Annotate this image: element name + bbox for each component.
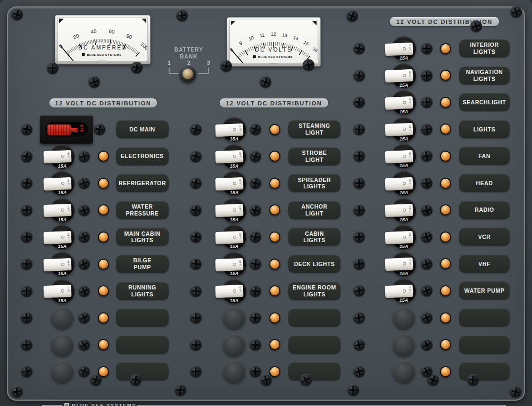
breaker-switch-lever[interactable]: OFF <box>215 204 244 217</box>
lever-off-text: OFF <box>67 179 70 185</box>
indicator-led <box>269 231 280 243</box>
screw-icon <box>353 312 365 324</box>
indicator-led <box>98 151 109 162</box>
screw-icon <box>421 96 433 108</box>
lever-off-text: OFF <box>409 98 411 104</box>
breaker-switch-lever[interactable]: OFF <box>385 177 413 190</box>
screw-icon <box>78 258 90 270</box>
lever-dot-icon <box>403 209 406 212</box>
breaker-switch-lever[interactable]: OFF <box>44 258 72 271</box>
lever-off-text: OFF <box>409 71 411 77</box>
indicator-led <box>269 339 280 350</box>
breaker-switch-lever[interactable]: OFF <box>385 285 413 298</box>
breaker-switch-lever[interactable]: OFF <box>44 177 72 190</box>
battery-bank-position-1: 1 <box>168 60 171 66</box>
screw-icon <box>21 204 32 216</box>
breaker-switch-lever[interactable]: OFF <box>385 43 413 56</box>
lever-dot-icon <box>403 181 406 185</box>
main-breaker-lever[interactable] <box>47 125 71 135</box>
minor-tick <box>265 43 266 46</box>
lever-dot-icon <box>403 101 406 104</box>
lever-off-text: OFF <box>239 179 242 185</box>
screw-icon <box>90 374 102 386</box>
battery-bank-position-3: 3 <box>207 60 210 66</box>
indicator-led <box>269 366 280 377</box>
minor-tick <box>107 39 107 43</box>
screw-icon <box>250 123 261 135</box>
main-breaker-off-text: OFF <box>79 125 83 132</box>
lever-dot-icon <box>233 289 236 293</box>
screw-icon <box>220 60 232 72</box>
lever-off-text: OFF <box>239 233 242 239</box>
breaker-switch-lever[interactable]: OFF <box>44 285 72 298</box>
blank-label <box>459 309 510 327</box>
breaker-switch-lever[interactable]: OFF <box>385 204 413 217</box>
main-breaker: OFF <box>40 115 93 144</box>
minor-tick <box>298 49 300 52</box>
screw-icon <box>88 76 100 88</box>
breaker-switch-lever[interactable]: OFF <box>44 204 72 217</box>
minor-tick <box>113 40 114 44</box>
screw-icon <box>190 177 202 189</box>
breaker-switch-lever[interactable]: OFF <box>44 231 72 244</box>
bracket-mark <box>198 68 209 73</box>
breaker-switch-lever[interactable]: OFF <box>215 123 244 137</box>
circuit-label: DC MAIN <box>116 120 169 138</box>
circuit-label: VHF <box>459 255 510 273</box>
minor-tick <box>130 47 131 50</box>
amp-rating: 15A <box>222 190 246 195</box>
minor-tick <box>294 46 295 49</box>
circuit-label: WATER PRESSURE <box>116 201 169 219</box>
amp-rating: 15A <box>392 55 415 61</box>
indicator-led <box>440 285 451 296</box>
lever-off-text: OFF <box>239 260 242 266</box>
indicator-led <box>269 285 280 296</box>
breaker-switch-lever[interactable]: OFF <box>385 150 413 163</box>
breaker-switch-lever[interactable]: OFF <box>385 96 413 110</box>
screw-icon <box>260 76 271 88</box>
screw-icon <box>21 285 32 297</box>
lever-off-text: OFF <box>239 286 242 293</box>
screw-icon <box>470 20 482 32</box>
screw-icon <box>353 339 365 351</box>
blank-label <box>459 336 510 354</box>
minor-tick <box>250 47 252 51</box>
screw-icon <box>11 386 23 397</box>
breaker-switch-lever[interactable]: OFF <box>385 69 413 82</box>
section-header-right: 12 VOLT DC DISTRIBUTION <box>390 17 499 26</box>
screw-icon <box>11 9 23 20</box>
screw-icon <box>250 312 261 324</box>
breaker-switch-lever[interactable]: OFF <box>44 150 72 163</box>
blank-label <box>288 336 340 354</box>
indicator-led <box>269 259 280 270</box>
blank-label <box>116 362 169 380</box>
minor-tick <box>127 45 129 48</box>
breaker-switch-lever[interactable]: OFF <box>385 258 413 271</box>
indicator-led <box>269 151 280 162</box>
screw-icon <box>421 177 433 189</box>
breaker-switch-lever[interactable]: OFF <box>215 177 244 190</box>
minor-tick <box>75 46 77 49</box>
lever-off-text: OFF <box>67 233 70 239</box>
screw-icon <box>353 177 365 189</box>
lever-off-text: OFF <box>67 260 70 266</box>
dc-volts-meter-scale: 8910111213141516DC VOLTSBLUE SEA SYSTEMS <box>230 20 318 63</box>
breaker-switch-lever[interactable]: OFF <box>215 231 244 244</box>
circuit-label: STEAMING LIGHT <box>288 120 340 138</box>
minor-tick <box>240 53 242 56</box>
battery-bank-selector-toggle[interactable] <box>179 65 196 82</box>
screw-icon <box>21 177 32 189</box>
amp-rating: 15A <box>392 297 415 303</box>
breaker-switch-lever[interactable]: OFF <box>385 231 413 244</box>
indicator-led <box>440 70 451 81</box>
amp-rating: 15A <box>392 82 415 88</box>
breaker-switch-lever[interactable]: OFF <box>215 258 244 271</box>
indicator-led <box>98 339 109 350</box>
breaker-switch-lever[interactable]: OFF <box>215 150 244 163</box>
screw-icon <box>78 204 90 216</box>
breaker-switch-lever[interactable]: OFF <box>385 123 413 136</box>
breaker-switch-lever[interactable]: OFF <box>215 285 244 298</box>
screw-icon <box>303 59 314 71</box>
circuit-label: SPREADER LIGHTS <box>288 174 340 192</box>
screw-icon <box>347 384 359 396</box>
